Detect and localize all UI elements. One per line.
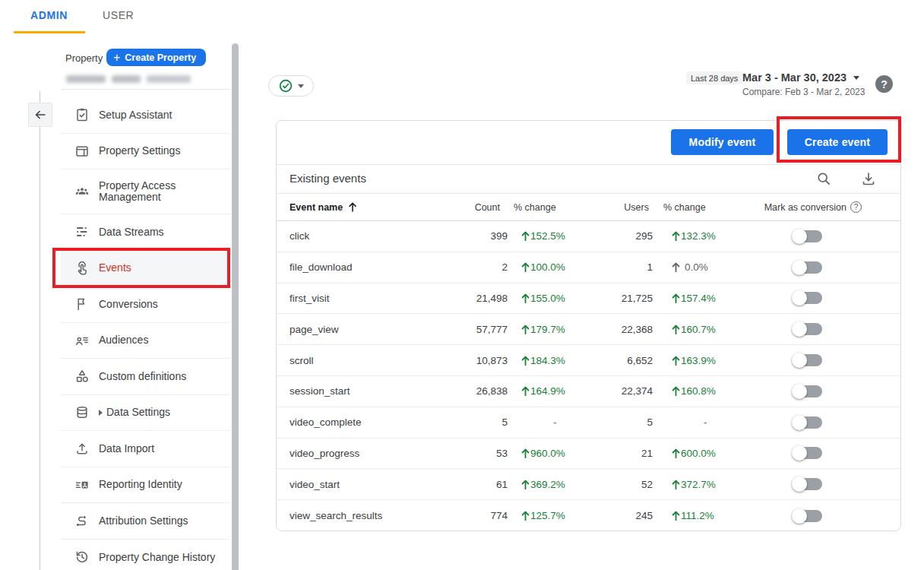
table-row: video_progress53960.0%21600.0% bbox=[277, 439, 900, 470]
sidebar-item-data-settings[interactable]: Data Settings bbox=[61, 395, 230, 432]
sidebar-item-property-access-management[interactable]: Property Access Management bbox=[61, 169, 230, 214]
column-users[interactable]: Users bbox=[558, 193, 649, 221]
plus-icon: + bbox=[113, 52, 120, 64]
event-users: 6,652 bbox=[558, 345, 653, 375]
change-cell: 157.4% bbox=[672, 283, 763, 314]
event-users: 245 bbox=[558, 500, 653, 531]
event-count: 399 bbox=[375, 221, 508, 252]
event-count: 5 bbox=[375, 407, 508, 438]
event-users: 5 bbox=[558, 407, 653, 438]
active-tab-underline bbox=[14, 31, 85, 33]
mark-as-conversion-toggle[interactable] bbox=[793, 510, 822, 522]
up-arrow-icon bbox=[521, 448, 530, 458]
sidebar-item-custom-definitions[interactable]: Custom definitions bbox=[61, 359, 230, 395]
table-row: file_download2100.0%10.0% bbox=[277, 252, 900, 283]
card-divider bbox=[277, 164, 900, 165]
create-event-button[interactable]: Create event bbox=[787, 129, 888, 155]
up-arrow-icon bbox=[521, 262, 530, 272]
status-filter-dropdown[interactable] bbox=[268, 75, 314, 97]
up-arrow-icon bbox=[521, 480, 530, 489]
question-circle-icon[interactable]: ? bbox=[850, 201, 862, 213]
create-property-button[interactable]: +Create Property bbox=[106, 49, 206, 66]
upload-icon bbox=[74, 441, 90, 457]
flag-icon bbox=[74, 296, 90, 312]
tab-user[interactable]: USER bbox=[103, 9, 134, 21]
sidebar-item-reporting-identity[interactable]: Reporting Identity bbox=[61, 467, 230, 504]
property-name-redacted bbox=[66, 75, 191, 83]
sidebar-scrollbar[interactable] bbox=[232, 43, 239, 570]
window-icon bbox=[74, 143, 90, 159]
table-row: page_view57,777179.7%22,368160.7% bbox=[277, 314, 900, 345]
change-cell: 600.0% bbox=[672, 439, 763, 469]
mark-as-conversion-toggle[interactable] bbox=[793, 416, 822, 429]
download-icon[interactable] bbox=[861, 171, 876, 186]
toggle-knob bbox=[792, 477, 807, 492]
change-cell: 132.3% bbox=[672, 221, 763, 252]
event-name: video_complete bbox=[290, 407, 362, 438]
search-icon[interactable] bbox=[816, 171, 831, 186]
up-arrow-icon bbox=[672, 356, 680, 366]
sidebar-divider bbox=[61, 89, 230, 90]
up-arrow-icon bbox=[521, 386, 530, 396]
up-arrow-icon bbox=[672, 511, 680, 521]
mark-as-conversion-toggle[interactable] bbox=[793, 478, 822, 490]
up-arrow-icon bbox=[521, 293, 530, 303]
event-count: 57,777 bbox=[375, 314, 508, 344]
sidebar-item-label: Events bbox=[99, 262, 131, 274]
expand-caret-icon bbox=[99, 410, 103, 416]
sidebar-item-data-streams[interactable]: Data Streams bbox=[61, 214, 230, 251]
sidebar-item-label: Setup Assistant bbox=[99, 109, 172, 122]
modify-event-button[interactable]: Modify event bbox=[671, 129, 774, 155]
sidebar-item-label: Property Settings bbox=[99, 145, 180, 157]
toggle-knob bbox=[792, 260, 807, 275]
mark-as-conversion-toggle[interactable] bbox=[793, 354, 822, 366]
event-name: video_progress bbox=[290, 439, 359, 469]
table-row: video_start61369.2%52372.7% bbox=[277, 469, 900, 500]
change-cell: 0.0% bbox=[672, 252, 763, 283]
mark-as-conversion-toggle[interactable] bbox=[793, 261, 822, 274]
sidebar-item-audiences[interactable]: Audiences bbox=[61, 323, 230, 359]
sidebar-item-attribution-settings[interactable]: Attribution Settings bbox=[61, 503, 230, 540]
mark-as-conversion-toggle[interactable] bbox=[793, 292, 822, 304]
database-icon bbox=[74, 404, 90, 420]
event-users: 22,374 bbox=[558, 376, 653, 407]
table-row: first_visit21,498155.0%21,725157.4% bbox=[277, 283, 900, 315]
up-arrow-icon bbox=[521, 356, 530, 366]
badge-icon bbox=[74, 477, 90, 492]
sidebar-rail-line bbox=[40, 91, 40, 570]
events-card: Modify event Create event Existing event… bbox=[276, 120, 901, 531]
table-row: scroll10,873184.3%6,652163.9% bbox=[277, 345, 900, 376]
event-count: 774 bbox=[375, 500, 508, 531]
toggle-knob bbox=[792, 445, 807, 461]
tab-admin[interactable]: ADMIN bbox=[30, 9, 68, 21]
column-event-name[interactable]: Event name bbox=[290, 193, 357, 221]
sidebar-menu: Setup AssistantProperty SettingsProperty… bbox=[61, 97, 230, 570]
column-count[interactable]: Count bbox=[375, 193, 500, 221]
sidebar-item-data-import[interactable]: Data Import bbox=[61, 431, 230, 467]
event-count: 2 bbox=[375, 252, 508, 283]
event-name: click bbox=[290, 221, 309, 252]
toggle-knob bbox=[792, 321, 807, 337]
up-arrow-icon bbox=[672, 386, 680, 396]
back-button[interactable] bbox=[28, 103, 52, 127]
mark-as-conversion-toggle[interactable] bbox=[793, 230, 822, 242]
sidebar-item-property-change-history[interactable]: Property Change History bbox=[61, 540, 230, 570]
event-name: video_start bbox=[290, 469, 340, 499]
toggle-knob bbox=[792, 415, 807, 430]
mark-as-conversion-toggle[interactable] bbox=[793, 385, 822, 397]
date-compare-label: Compare: Feb 3 - Mar 2, 2023 bbox=[742, 87, 865, 97]
change-cell: 160.8% bbox=[672, 376, 763, 407]
sidebar-item-events[interactable]: Events bbox=[61, 251, 230, 287]
mark-as-conversion-toggle[interactable] bbox=[793, 447, 822, 459]
sidebar-item-conversions[interactable]: Conversions bbox=[61, 287, 230, 323]
event-count: 26,838 bbox=[375, 376, 508, 407]
back-arrow-icon bbox=[33, 108, 47, 122]
event-count: 10,873 bbox=[375, 345, 508, 375]
sidebar-item-label: Custom definitions bbox=[99, 371, 186, 383]
sidebar-item-property-settings[interactable]: Property Settings bbox=[61, 134, 230, 170]
sidebar-item-setup-assistant[interactable]: Setup Assistant bbox=[61, 97, 230, 134]
help-icon[interactable]: ? bbox=[875, 75, 893, 93]
date-range-selector[interactable]: Mar 3 - Mar 30, 2023 bbox=[742, 71, 859, 84]
toggle-knob bbox=[792, 353, 807, 368]
mark-as-conversion-toggle[interactable] bbox=[793, 323, 822, 335]
